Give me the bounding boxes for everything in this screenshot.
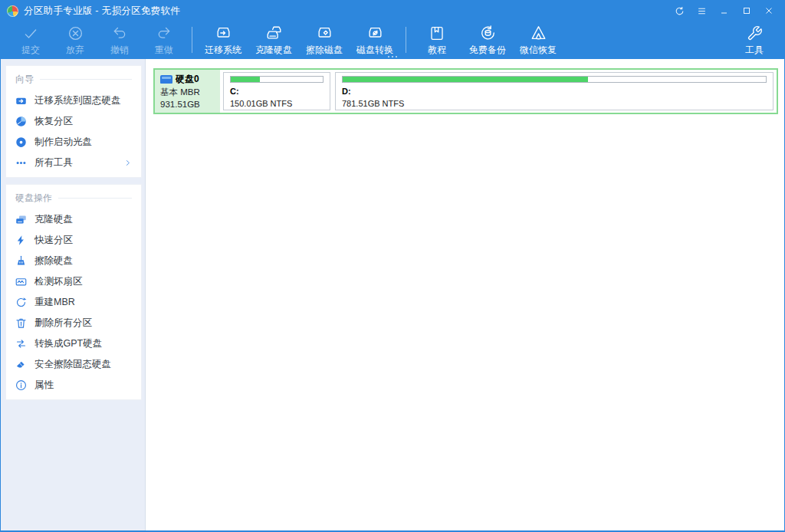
migrate-os-icon xyxy=(214,25,233,41)
undo-button[interactable]: 撤销 xyxy=(97,21,142,59)
sidebar-item-delete-all-partitions[interactable]: 删除所有分区 xyxy=(6,313,141,333)
check-icon xyxy=(22,25,39,41)
disk-actions-group: 迁移系统 克隆硬盘 擦除磁盘 磁盘转换 xyxy=(198,21,400,59)
partition-c-usage-bar xyxy=(230,76,324,83)
titlebar: 分区助手专业版 - 无损分区免费软件 xyxy=(1,1,784,21)
clone-disk-button[interactable]: 克隆硬盘 xyxy=(248,21,299,59)
wipe-disk-icon xyxy=(15,255,27,267)
convert-disk-button[interactable]: 磁盘转换 xyxy=(350,21,400,59)
sidebar-item-all-tools[interactable]: 所有工具 xyxy=(6,153,141,173)
sidebar: 向导 迁移系统到固态硬盘 恢复分区 xyxy=(1,59,146,530)
tools-button[interactable]: 工具 xyxy=(732,21,777,59)
pending-operations-group: 提交 放弃 撤销 重做 xyxy=(8,21,186,59)
sidebar-item-wipe-disk[interactable]: 擦除硬盘 xyxy=(6,251,141,271)
partitions-strip: C: 150.01GB NTFS D: 781.51GB NTFS xyxy=(220,70,777,113)
convert-disk-icon xyxy=(366,25,385,41)
tutorial-button[interactable]: 教程 xyxy=(412,21,462,59)
clone-disk-icon xyxy=(264,25,284,41)
partition-c-detail: 150.01GB NTFS xyxy=(230,99,324,108)
bad-sector-icon xyxy=(15,276,27,287)
recover-partition-icon xyxy=(15,116,27,127)
discard-button[interactable]: 放弃 xyxy=(53,21,97,59)
app-window: 分区助手专业版 - 无损分区免费软件 xyxy=(0,0,785,532)
sidebar-item-convert-to-gpt[interactable]: 转换成GPT硬盘 xyxy=(6,333,141,354)
partition-d-detail: 781.51GB NTFS xyxy=(342,99,767,108)
wizard-panel: 向导 迁移系统到固态硬盘 恢复分区 xyxy=(5,65,142,178)
sidebar-item-quick-partition[interactable]: 快速分区 xyxy=(6,230,141,251)
sidebar-item-rebuild-mbr[interactable]: 重建MBR xyxy=(6,292,141,313)
partition-d-usage-bar xyxy=(342,76,767,83)
migrate-os-button[interactable]: 迁移系统 xyxy=(198,21,248,59)
undo-icon xyxy=(111,25,128,41)
sidebar-item-check-bad-sectors[interactable]: 检测坏扇区 xyxy=(6,271,141,292)
wechat-recovery-button[interactable]: 微信恢复 xyxy=(513,21,563,59)
delete-partitions-icon xyxy=(15,317,27,329)
close-icon[interactable] xyxy=(757,2,780,19)
window-controls xyxy=(668,2,780,19)
app-body: 向导 迁移系统到固态硬盘 恢复分区 xyxy=(1,59,784,530)
sidebar-item-clone-disk[interactable]: 克隆硬盘 xyxy=(6,209,141,230)
tutorial-icon xyxy=(429,25,445,41)
rebuild-mbr-icon xyxy=(15,297,27,308)
wipe-disk-icon xyxy=(315,25,334,41)
app-logo-icon xyxy=(7,5,18,17)
disk-operations-panel: 硬盘操作 克隆硬盘 快速分区 xyxy=(5,184,142,400)
refresh-icon[interactable] xyxy=(668,2,691,19)
backup-button[interactable]: 免费备份 xyxy=(462,21,513,59)
all-tools-icon xyxy=(15,157,27,169)
wipe-disk-button[interactable]: 擦除磁盘 xyxy=(299,21,350,59)
sidebar-item-recover-partition[interactable]: 恢复分区 xyxy=(6,111,141,132)
disk-info-cell[interactable]: 硬盘0 基本 MBR 931.51GB xyxy=(155,70,220,113)
partition-d-usage-fill xyxy=(343,77,588,82)
disk-size: 931.51GB xyxy=(160,98,216,110)
commit-button[interactable]: 提交 xyxy=(8,21,53,59)
secure-erase-icon xyxy=(15,359,27,370)
wrench-icon xyxy=(747,25,763,41)
boot-disc-icon xyxy=(15,136,27,148)
wechat-recovery-icon xyxy=(530,25,547,41)
menu-icon[interactable] xyxy=(691,2,713,19)
maximize-icon[interactable] xyxy=(735,2,757,19)
partition-d-label: D: xyxy=(342,87,767,96)
minimize-icon[interactable] xyxy=(713,2,735,19)
clone-disk-icon xyxy=(15,214,27,225)
redo-button[interactable]: 重做 xyxy=(142,21,186,59)
toolbar-divider xyxy=(406,27,406,53)
convert-gpt-icon xyxy=(15,338,27,350)
partition-c[interactable]: C: 150.01GB NTFS xyxy=(223,72,330,110)
chevron-right-icon xyxy=(123,159,132,167)
toolbar-spacer xyxy=(563,21,732,59)
sidebar-item-make-boot-disc[interactable]: 制作启动光盘 xyxy=(6,132,141,153)
quick-partition-icon xyxy=(15,235,27,246)
disk-operations-section-header: 硬盘操作 xyxy=(6,190,141,209)
migrate-ssd-icon xyxy=(15,95,27,107)
partition-c-label: C: xyxy=(230,87,324,96)
main-area: 硬盘0 基本 MBR 931.51GB C: 150.01GB NTFS xyxy=(146,59,784,530)
wizard-section-header: 向导 xyxy=(6,71,141,90)
window-title: 分区助手专业版 - 无损分区免费软件 xyxy=(24,5,180,18)
help-actions-group: 教程 免费备份 微信恢复 xyxy=(412,21,563,59)
sidebar-item-migrate-os-to-ssd[interactable]: 迁移系统到固态硬盘 xyxy=(6,90,141,111)
sidebar-item-properties[interactable]: 属性 xyxy=(6,375,141,396)
redo-icon xyxy=(156,25,172,41)
properties-icon xyxy=(15,379,27,391)
toolbar-divider xyxy=(192,27,192,53)
discard-circle-icon xyxy=(67,25,84,41)
partition-d[interactable]: D: 781.51GB NTFS xyxy=(335,72,774,110)
disk-drive-icon xyxy=(160,75,172,84)
disk-row[interactable]: 硬盘0 基本 MBR 931.51GB C: 150.01GB NTFS xyxy=(153,68,778,114)
toolbar: 提交 放弃 撤销 重做 xyxy=(1,21,784,59)
disk-name: 硬盘0 xyxy=(176,73,199,86)
toolbar-overflow-dots-icon[interactable] xyxy=(388,56,397,57)
disk-scheme: 基本 MBR xyxy=(160,86,216,98)
backup-icon xyxy=(479,25,497,41)
partition-c-usage-fill xyxy=(231,77,260,82)
sidebar-item-secure-erase-ssd[interactable]: 安全擦除固态硬盘 xyxy=(6,354,141,375)
